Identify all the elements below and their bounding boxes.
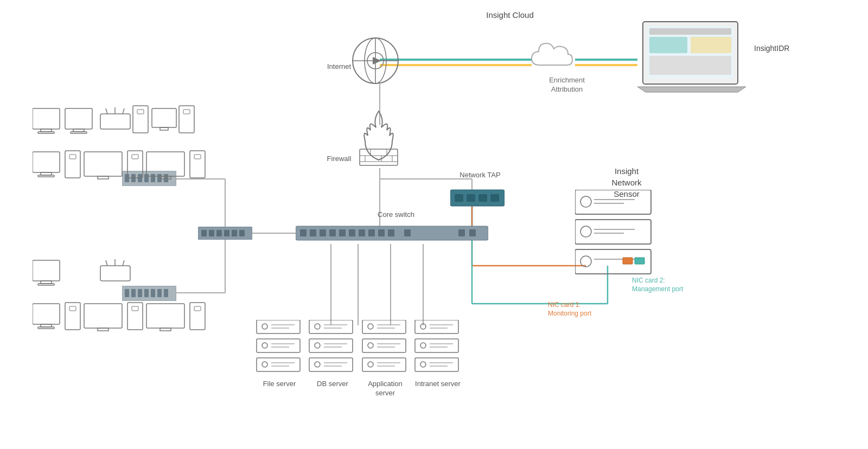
- svg-rect-69: [239, 230, 245, 236]
- svg-rect-122: [33, 304, 60, 324]
- svg-rect-54: [339, 229, 346, 236]
- svg-rect-67: [224, 230, 229, 236]
- svg-rect-118: [100, 266, 130, 281]
- svg-rect-56: [359, 229, 365, 236]
- intranet-server-label: Intranet server: [413, 380, 462, 389]
- cloud-icon: [529, 38, 578, 70]
- svg-rect-29: [649, 56, 731, 75]
- svg-rect-57: [368, 229, 375, 236]
- svg-rect-53: [329, 229, 336, 236]
- application-server-icon: [360, 320, 409, 374]
- svg-rect-46: [467, 194, 475, 202]
- svg-point-173: [368, 324, 373, 329]
- svg-rect-102: [33, 152, 60, 172]
- left-main-switch-icon: [198, 227, 252, 240]
- db-server-icon: [307, 320, 355, 374]
- svg-rect-131: [146, 304, 184, 328]
- svg-rect-124: [38, 327, 54, 329]
- svg-rect-61: [458, 229, 465, 236]
- svg-rect-111: [146, 152, 184, 176]
- svg-rect-92: [100, 114, 130, 129]
- svg-rect-88: [38, 132, 54, 133]
- svg-rect-55: [349, 229, 355, 236]
- svg-point-189: [420, 343, 426, 348]
- insight-cloud-label: Insight Cloud: [477, 10, 542, 21]
- insight-network-sensor-label: InsightNetworkSensor: [589, 165, 665, 200]
- svg-rect-148: [257, 320, 300, 333]
- svg-rect-50: [300, 229, 307, 236]
- svg-rect-51: [310, 229, 316, 236]
- svg-rect-130: [132, 306, 138, 311]
- svg-point-161: [315, 324, 320, 329]
- svg-rect-97: [137, 110, 144, 114]
- svg-point-165: [315, 343, 320, 348]
- insightidr-label: InsightIDR: [754, 43, 789, 53]
- svg-rect-107: [84, 152, 122, 176]
- svg-point-185: [420, 324, 426, 329]
- svg-rect-172: [362, 320, 406, 333]
- file-server-label: File server: [258, 380, 301, 389]
- svg-rect-86: [33, 108, 60, 129]
- svg-rect-128: [98, 328, 108, 331]
- svg-point-157: [262, 362, 267, 367]
- svg-rect-108: [98, 176, 108, 179]
- svg-rect-114: [194, 155, 201, 159]
- nic-card-1-label: NIC card 1: Monitoring port: [548, 301, 618, 318]
- svg-rect-147: [635, 258, 644, 264]
- svg-rect-60: [404, 229, 411, 236]
- firewall-label: Firewall: [320, 155, 358, 164]
- internet-globe-icon: [350, 35, 401, 87]
- svg-rect-45: [455, 194, 463, 202]
- svg-rect-132: [160, 328, 171, 331]
- file-server-icon: [254, 320, 303, 374]
- svg-rect-101: [183, 110, 190, 114]
- firewall-icon: [352, 108, 406, 168]
- svg-rect-146: [623, 258, 633, 264]
- svg-rect-65: [209, 230, 214, 236]
- svg-rect-68: [232, 230, 237, 236]
- svg-rect-59: [388, 229, 394, 236]
- svg-rect-66: [216, 230, 222, 236]
- db-server-label: DB server: [311, 380, 354, 389]
- svg-rect-104: [38, 175, 54, 177]
- svg-rect-168: [309, 358, 353, 371]
- svg-point-177: [368, 343, 373, 348]
- svg-rect-134: [194, 306, 201, 311]
- svg-rect-47: [478, 194, 487, 202]
- svg-rect-180: [362, 358, 406, 371]
- svg-rect-184: [415, 320, 458, 333]
- svg-rect-58: [378, 229, 385, 236]
- enrichment-attribution-label: EnrichmentAttribution: [540, 76, 594, 94]
- svg-rect-115: [33, 260, 60, 281]
- svg-rect-110: [132, 155, 138, 159]
- svg-rect-139: [575, 220, 651, 244]
- svg-line-119: [106, 260, 107, 266]
- svg-marker-35: [373, 57, 381, 65]
- svg-rect-112: [160, 176, 171, 179]
- svg-rect-89: [65, 108, 92, 129]
- nic-card-2-label: NIC card 2: Management port: [632, 277, 703, 293]
- svg-rect-52: [320, 229, 326, 236]
- intranet-server-icon: [412, 320, 461, 374]
- svg-rect-126: [69, 306, 76, 311]
- svg-rect-106: [69, 155, 76, 159]
- svg-rect-28: [691, 37, 731, 53]
- svg-rect-26: [649, 28, 731, 35]
- internet-label: Internet: [323, 62, 355, 72]
- svg-point-153: [262, 343, 267, 348]
- svg-point-144: [580, 256, 591, 267]
- svg-line-95: [123, 108, 124, 114]
- svg-line-121: [123, 260, 124, 266]
- insight-network-sensor-icon: [575, 190, 659, 285]
- svg-rect-164: [309, 339, 353, 352]
- svg-rect-176: [362, 339, 406, 352]
- insightidr-laptop-icon: [637, 19, 746, 95]
- svg-line-93: [106, 108, 107, 114]
- svg-point-169: [315, 362, 320, 367]
- network-tap-label: Network TAP: [456, 171, 505, 180]
- svg-point-193: [420, 362, 426, 367]
- svg-rect-156: [257, 358, 300, 371]
- svg-rect-127: [84, 304, 122, 328]
- bottom-left-computers: [33, 255, 217, 347]
- svg-rect-64: [201, 230, 207, 236]
